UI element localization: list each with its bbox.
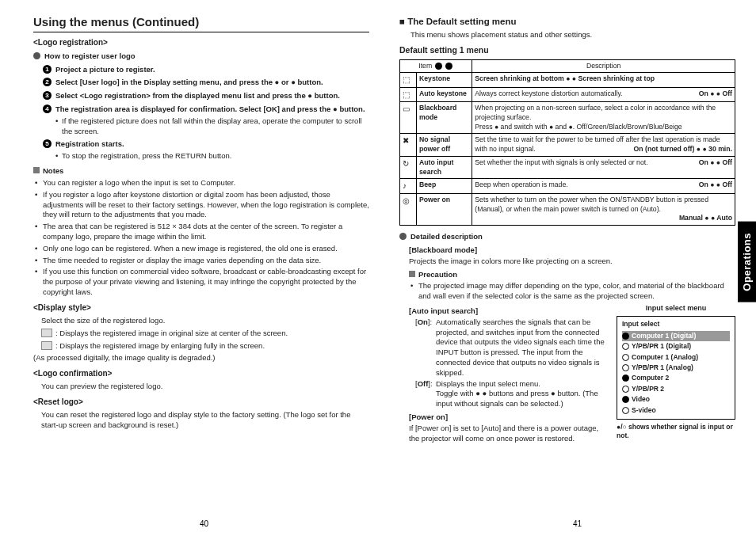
auto-input-icon: ↻: [400, 156, 417, 178]
row-desc: Set the time to wait for the power to be…: [472, 134, 735, 156]
auto-input-search-label: [Auto input search]: [409, 306, 609, 317]
page-title: Using the menus (Continued): [33, 14, 369, 32]
notes-heading: Notes: [33, 166, 369, 177]
input-item: Computer 1 (Analog): [622, 352, 730, 363]
page-number-left: 40: [200, 519, 208, 528]
step-2: 2Select [User logo] in the Display setti…: [43, 78, 369, 88]
logo-confirmation-desc: You can preview the registered logo.: [41, 382, 369, 392]
table-row: ↻ Auto input search Set whether the inpu…: [400, 156, 735, 178]
display-style-heading: <Display style>: [33, 302, 369, 314]
logo-confirmation-heading: <Logo confirmation>: [33, 368, 369, 379]
display-style-option-full: : Displays the registered image by enlar…: [41, 341, 369, 352]
row-name: Beep: [417, 179, 472, 194]
left-page: Using the menus (Continued) <Logo regist…: [33, 14, 369, 446]
input-item: Computer 2: [622, 373, 730, 383]
row-desc: Beep when operation is made.On ● ● Off: [472, 179, 735, 194]
precaution-text: The projected image may differ depending…: [409, 281, 735, 302]
note-item: The area that can be registered is 512 ×…: [33, 222, 369, 242]
step-3: 3Select <Logo registration> from the dis…: [43, 91, 369, 101]
row-name: Power on: [417, 193, 472, 225]
row-name: Blackboard mode: [417, 102, 472, 134]
step-5: 5Registration starts.: [43, 139, 369, 150]
step-4: 4The registration area is displayed for …: [43, 105, 369, 115]
auto-input-on: [On]:Automatically searches the signals …: [415, 317, 609, 378]
blackboard-icon: ▭: [400, 102, 417, 134]
default-setting-menu-heading: The Default setting menu: [399, 16, 735, 29]
beep-icon: ♪: [400, 179, 417, 194]
power-on-text: If [Power on] is set to [Auto] and there…: [409, 424, 609, 444]
reset-logo-heading: <Reset logo>: [33, 397, 369, 408]
power-on-icon: ◎: [400, 193, 417, 225]
auto-input-off: [Off]:Displays the Input select menu. To…: [415, 379, 609, 409]
power-on-label: [Power on]: [409, 412, 609, 423]
note-item: The time needed to register or display t…: [33, 256, 369, 266]
step-1: 1Project a picture to register.: [43, 65, 369, 75]
input-item: Computer 1 (Digital): [622, 331, 730, 341]
blackboard-mode-label: [Blackboard mode]: [409, 245, 735, 256]
input-item: Video: [622, 394, 730, 405]
input-select-head: Input select: [622, 320, 730, 329]
row-desc: Sets whether to turn on the power when t…: [472, 193, 735, 225]
input-select-note: ●/○ shows whether signal is input or not…: [617, 423, 735, 440]
input-select-menu-title: Input select menu: [617, 303, 735, 313]
step-5-note: To stop the registration, press the RETU…: [55, 151, 369, 162]
input-item: Y/PB/PR 1 (Digital): [622, 341, 730, 352]
row-desc: Always correct keystone distortion autom…: [472, 87, 735, 102]
precaution-heading: Precaution: [409, 270, 735, 280]
keystone-icon: ⬚: [400, 73, 417, 88]
input-item: Y/PB/PR 2: [622, 384, 730, 394]
how-to-register-heading: How to register user logo: [33, 51, 369, 62]
row-desc: Set whether the input with signals is on…: [472, 156, 735, 178]
default-setting-1-heading: Default setting 1 menu: [399, 44, 735, 55]
row-desc: Screen shrinking at bottom ● ● Screen sh…: [472, 73, 735, 88]
logo-registration-heading: <Logo registration>: [33, 37, 369, 48]
table-row: ⬚ Keystone Screen shrinking at bottom ● …: [400, 73, 735, 88]
input-select-box: Input select Computer 1 (Digital) Y/PB/P…: [617, 316, 735, 420]
right-page: The Default setting menu This menu shows…: [399, 14, 735, 446]
page-number-right: 41: [573, 519, 582, 528]
detailed-description-heading: Detailed description: [399, 232, 735, 242]
note-item: If you register a logo after keystone di…: [33, 190, 369, 220]
row-name: No signal power off: [417, 134, 472, 156]
display-style-desc: Select the size of the registered logo.: [41, 316, 369, 326]
table-row: ⬚ Auto keystone Always correct keystone …: [400, 87, 735, 102]
table-row: ▭ Blackboard mode When projecting on a n…: [400, 102, 735, 134]
row-name: Auto keystone: [417, 87, 472, 102]
table-row: ◎ Power on Sets whether to turn on the p…: [400, 193, 735, 225]
row-desc: When projecting on a non-screen surface,…: [472, 102, 735, 134]
table-header-item: Item: [400, 59, 472, 73]
input-item: S-video: [622, 405, 730, 416]
display-style-option-center: : Displays the registered image in origi…: [41, 329, 369, 339]
row-name: Keystone: [417, 73, 472, 88]
display-style-note: (As processed digitally, the image quali…: [33, 353, 369, 363]
side-tab-operations: Operations: [738, 222, 756, 302]
input-item: Y/PB/PR 1 (Analog): [622, 363, 730, 373]
blackboard-mode-text: Projects the image in colors more like p…: [409, 257, 735, 267]
no-signal-icon: ✖: [400, 134, 417, 156]
row-name: Auto input search: [417, 156, 472, 178]
table-row: ♪ Beep Beep when operation is made.On ● …: [400, 179, 735, 194]
default-setting-table: Item Description ⬚ Keystone Screen shrin…: [399, 59, 735, 226]
note-item: You can register a logo when the input i…: [33, 178, 369, 188]
note-item: If you use this function on commercial v…: [33, 267, 369, 297]
auto-keystone-icon: ⬚: [400, 87, 417, 102]
default-setting-menu-desc: This menu shows placement status and oth…: [410, 30, 735, 40]
note-item: Only one logo can be registered. When a …: [33, 244, 369, 254]
step-4-note: If the registered picture does not fall …: [55, 116, 369, 137]
table-row: ✖ No signal power off Set the time to wa…: [400, 134, 735, 156]
table-header-desc: Description: [472, 59, 735, 73]
reset-logo-desc: You can reset the registered logo and di…: [41, 410, 369, 431]
